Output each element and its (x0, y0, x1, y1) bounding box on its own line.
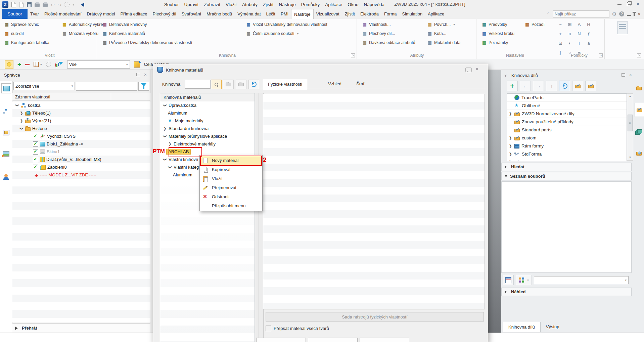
tab-zjistit[interactable]: Zjistit (342, 9, 358, 19)
minimize-icon[interactable] (617, 4, 622, 5)
pin-icon[interactable] (634, 13, 635, 16)
new-file-icon[interactable] (11, 2, 16, 7)
menu-nástroje[interactable]: Nástroje (276, 2, 298, 7)
scroll-down-icon[interactable]: ▼ (627, 155, 633, 160)
tab-mračno bodů[interactable]: Mračno bodů (204, 9, 235, 19)
dialog-bottom-button-2[interactable] (308, 338, 358, 342)
close-icon[interactable]: × (636, 1, 639, 6)
panel-restore-icon[interactable] (622, 73, 625, 77)
material-tree-row[interactable]: ❯Materiály průmyslové aplikace (160, 132, 255, 140)
material-tree-row[interactable]: Aluminum (160, 109, 255, 117)
ribbon-button-p-edvolby[interactable]: ▦Předvolby (480, 20, 516, 29)
tab-plechový díl[interactable]: Plechový díl (150, 9, 179, 19)
file-filter-combobox[interactable]: ▾ (534, 276, 629, 284)
parts-tree-row[interactable]: Oblíbené (507, 102, 627, 110)
clipboard-link-icon[interactable]: ⊡ (556, 39, 565, 48)
expander-icon[interactable]: ❯ (508, 152, 512, 156)
ribbon-button-mutabiln-data[interactable]: ▦Mutabilní data (426, 38, 462, 47)
sidebar-render-tab[interactable] (1, 149, 11, 159)
dialog-launcher-icon[interactable]: ↘ (637, 53, 641, 57)
tab-nástroje[interactable]: Nástroje (291, 9, 313, 19)
undo-icon[interactable]: ↩ (51, 2, 55, 7)
tree-row[interactable]: ----- MODEL Z...VIT ZDE ----- (12, 171, 150, 179)
highlight-toggle-button[interactable] (5, 60, 13, 69)
ribbon-button-knihovna-materi-l-[interactable]: ▦Knihovna materiálů (101, 29, 193, 38)
find-replace-icon[interactable]: H (584, 20, 593, 29)
tree-row[interactable]: Blok1_Základna -> (12, 140, 150, 148)
section-file-list[interactable]: Seznam souborů (501, 172, 632, 180)
tab-přímá editace[interactable]: Přímá editace (118, 9, 150, 19)
remove-filter-icon[interactable] (25, 64, 30, 65)
parts-tree-row[interactable]: ❯ (507, 158, 627, 161)
dialog-tab-vzhled[interactable]: Vzhled (323, 79, 346, 89)
material-tree-row[interactable]: ❯Standardní knihovna (160, 125, 255, 132)
panel-restore-icon[interactable] (136, 73, 140, 76)
sidebar-assembly-tab[interactable] (1, 106, 11, 116)
print-batch-icon[interactable] (43, 3, 48, 7)
expander-icon[interactable]: ❯ (508, 160, 512, 161)
open-library-button[interactable] (223, 80, 234, 89)
ribbon-button--eln-ozuben-soukol-[interactable]: ▦Čelní ozubené soukolí▾ (244, 29, 329, 38)
sort-button[interactable]: ▾ (516, 275, 532, 285)
qat-dropdown-icon[interactable]: ▾ (73, 2, 74, 7)
expander-icon[interactable]: ❯ (163, 158, 167, 162)
parts-tree-row[interactable]: ❯StdForma (507, 150, 627, 158)
gauge-icon[interactable]: ◐ (565, 39, 574, 48)
filter-by-type-button[interactable] (55, 62, 63, 67)
up-button[interactable]: ↑ (546, 81, 557, 91)
side-tab-layers[interactable] (635, 125, 643, 138)
dialog-tab-šraf[interactable]: Šraf (352, 79, 369, 89)
parts-tree-row[interactable]: ❯Rám formy (507, 142, 627, 150)
panel-collapse-icon[interactable]: » (503, 75, 508, 77)
sidebar-user-tab[interactable] (1, 172, 11, 181)
tab-tvar[interactable]: Tvar (28, 9, 42, 19)
material-tree-row[interactable]: ❯Úprava:kostka (160, 101, 255, 109)
parts-tree-row[interactable]: ❯custom (507, 134, 627, 142)
section-preview[interactable]: Náhled (501, 288, 632, 296)
doc-minimize-icon[interactable] (627, 15, 631, 16)
tree-row[interactable]: Výchozí CSYS (12, 132, 150, 140)
parts-tree-row[interactable]: Znovu použitelné příklady (507, 118, 627, 126)
menu-upravit[interactable]: Upravit (182, 2, 201, 7)
checkbox-checked[interactable] (33, 141, 38, 147)
file-menu-button[interactable]: Soubor (2, 9, 28, 19)
dialog-bottom-button-3[interactable] (360, 338, 409, 342)
regen-icon[interactable] (64, 2, 70, 7)
tab-elektroda[interactable]: Elektroda (358, 9, 381, 19)
menu-soubor[interactable]: Soubor (162, 2, 182, 7)
add-filter-icon[interactable]: + (17, 61, 21, 68)
tree-row[interactable]: Díra1(Vůle_V...hloubení M8) (12, 156, 150, 163)
expander-icon[interactable]: ❯ (168, 165, 172, 169)
splitter[interactable] (255, 93, 264, 342)
assembly-scope-icon[interactable] (134, 61, 140, 68)
tab-léčit[interactable]: Léčit (264, 9, 278, 19)
ribbon-button-vlastnosti-[interactable]: ▦Vlastnosti... (361, 20, 417, 29)
expander-icon[interactable]: ❯ (508, 144, 512, 148)
dialog-launcher-icon[interactable]: ↘ (351, 53, 355, 57)
checkbox-checked[interactable] (33, 165, 38, 170)
ribbon-button-pr-vodce-u-ivatelsky-definovanou-vlastnost-[interactable]: ▦Průvodce Uživatelsky definovanou vlastn… (101, 38, 193, 47)
expander-icon[interactable]: ❯ (508, 136, 512, 140)
tree-row[interactable]: Skica1 (12, 148, 150, 156)
tab-výměna dat[interactable]: Výměna dat (235, 9, 263, 19)
ribbon-button-vlo-it-u-ivatelsky-definovanou-vlastnost[interactable]: ▦Vložit Uživatelsky definovanou vlastnos… (244, 20, 329, 29)
menu-pomůcky[interactable]: Pomůcky (298, 2, 323, 7)
dialog-tab-fyzické-vlastnosti[interactable]: Fyzické vlastnosti (263, 79, 307, 90)
toolkit-button[interactable]: Sada nástrojů fyzických vlastností (266, 312, 484, 322)
expander-icon[interactable]: ❯ (163, 134, 167, 138)
ribbon-button-sub-d-l[interactable]: ▦sub-díl (3, 29, 51, 38)
ribbon-button-konfigura-n-tabulka[interactable]: ▦Konfigurační tabulka (3, 38, 51, 47)
tab-vizualizovat[interactable]: Vizualizovat (314, 9, 342, 19)
save-icon[interactable] (27, 2, 32, 7)
menu-item-p-ejmenovat[interactable]: Přejmenovat (200, 183, 262, 192)
material-tree-row[interactable]: Moje materiály (160, 117, 255, 125)
settings-gear-icon[interactable]: ⚙ (612, 11, 616, 17)
tab-svařování[interactable]: Svařování (179, 9, 204, 19)
doc-close-icon[interactable]: × (638, 11, 641, 16)
tree-row[interactable]: Zaoblení8 (12, 163, 150, 171)
checkbox-checked[interactable] (33, 134, 38, 139)
checkbox-checked[interactable] (33, 149, 38, 155)
side-tab-materials[interactable] (635, 146, 643, 160)
expander-icon[interactable]: ❯ (163, 126, 167, 131)
panel-close-icon[interactable]: × (144, 73, 147, 77)
